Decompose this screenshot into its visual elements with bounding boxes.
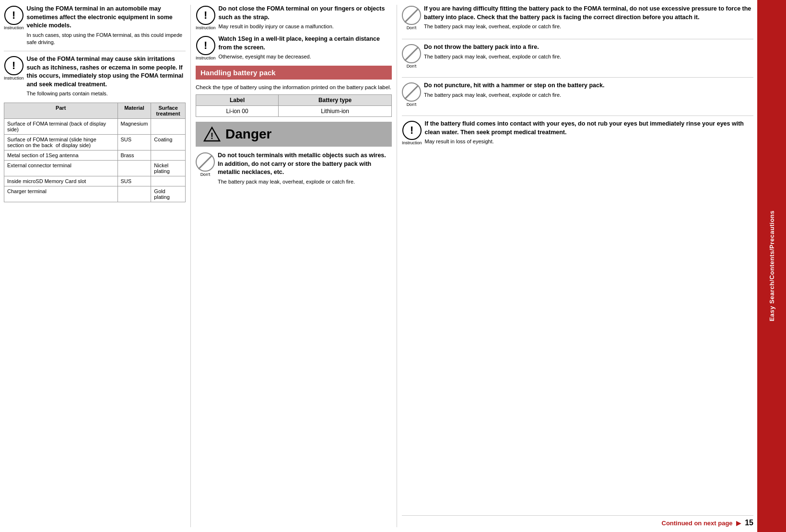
danger-label: Danger [225, 127, 271, 142]
danger-triangle-icon: ! [203, 127, 221, 142]
dont-icon-3: Don't [402, 44, 421, 69]
dont-icon-4: Don't [402, 82, 421, 107]
warning-block-terminals: Don't Do not touch terminals with metall… [196, 151, 392, 185]
bottom-bar: Continued on next page ▶ 15 [402, 515, 753, 527]
sidebar-text: Easy Search/Contents/Precautions [768, 210, 775, 321]
parts-table-header-part: Part [4, 103, 118, 118]
danger-banner: ! Danger [196, 122, 392, 147]
svg-text:!: ! [211, 131, 213, 141]
instruction-icon-2: ! Instruction [4, 56, 24, 81]
battery-table: Label Battery type Li-ion 00 Lithium-ion [196, 94, 392, 117]
table-row: Li-ion 00 Lithium-ion [196, 106, 392, 117]
table-row: External connector terminal Nickel plati… [4, 160, 186, 176]
warning-block-automobile: ! Instruction Using the FOMA terminal in… [4, 5, 186, 46]
table-row: Surface of FOMA terminal (slide hinge se… [4, 134, 186, 150]
instruction-icon-1: ! Instruction [4, 6, 24, 30]
instruction-icon-3: ! Instruction [196, 6, 216, 30]
battery-table-header-label: Label [196, 95, 279, 106]
sidebar: Easy Search/Contents/Precautions [757, 0, 786, 532]
parts-table-header-surface: Surfacetreatment [151, 103, 186, 118]
section-heading-battery: Handling battery pack [196, 66, 392, 80]
table-row: Surface of FOMA terminal (back of displa… [4, 118, 186, 134]
instruction-icon-4: ! Instruction [196, 36, 216, 60]
warning-block-fire: Don't Do not throw the battery pack into… [402, 43, 753, 69]
instruction-icon-5: ! Instruction [402, 121, 422, 145]
col-right: Don't If you are having difficulty fitti… [397, 5, 753, 527]
dont-icon-2: Don't [402, 6, 421, 30]
col-left: ! Instruction Using the FOMA terminal in… [4, 5, 191, 527]
table-row: Inside microSD Memory Card slot SUS [4, 176, 186, 186]
warning-block-fluid-eyes: ! Instruction If the battery fluid comes… [402, 120, 753, 145]
col-mid: ! Instruction Do not close the FOMA term… [191, 5, 397, 527]
warning-block-watch-1seg: ! Instruction Watch 1Seg in a well-lit p… [196, 35, 392, 60]
parts-table: Part Material Surfacetreatment Surface o… [4, 103, 186, 202]
continued-label: Continued on next page ▶ [662, 520, 741, 527]
dont-icon-1: Don't [196, 152, 215, 177]
warning-block-close-terminal: ! Instruction Do not close the FOMA term… [196, 5, 392, 30]
parts-table-header-material: Material [117, 103, 151, 118]
battery-intro: Check the type of battery using the info… [196, 83, 392, 92]
table-row: Charger terminal Gold plating [4, 186, 186, 202]
warning-block-puncture: Don't Do not puncture, hit with a hammer… [402, 81, 753, 107]
warning-block-fitting: Don't If you are having difficulty fitti… [402, 5, 753, 30]
page-number: 15 [745, 519, 753, 527]
warning-block-skin: ! Instruction Use of the FOMA terminal m… [4, 55, 186, 97]
table-row: Metal section of 1Seg antenna Brass [4, 150, 186, 160]
battery-table-header-type: Battery type [279, 95, 392, 106]
